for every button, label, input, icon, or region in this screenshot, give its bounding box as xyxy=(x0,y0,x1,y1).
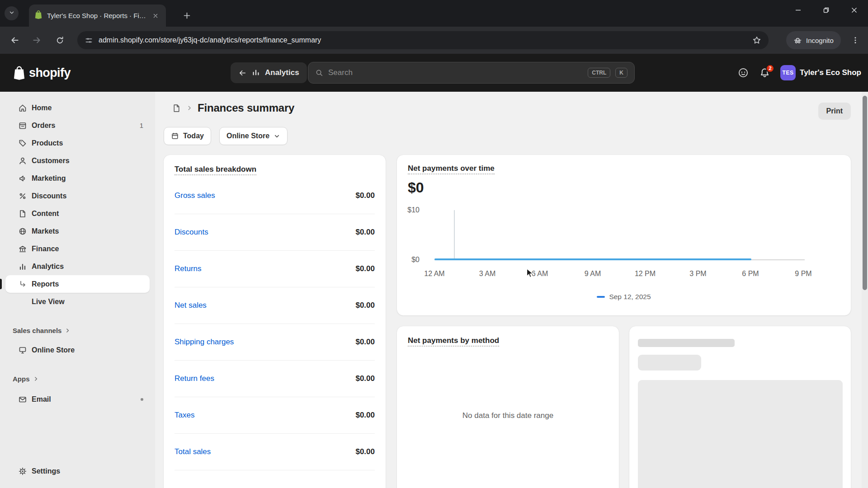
net-payments-total: $0 xyxy=(408,179,424,196)
chevron-down-icon xyxy=(9,9,15,18)
shortcut-ctrl-key: CTRL xyxy=(588,68,610,78)
sidebar-item-reports[interactable]: Reports xyxy=(5,275,150,293)
table-row: Returns $0.00 xyxy=(175,251,375,287)
finance-bank-icon xyxy=(18,244,27,253)
analytics-bars-icon xyxy=(18,262,27,271)
table-row: Gross sales $0.00 xyxy=(175,178,375,214)
address-bar[interactable]: admin.shopify.com/store/jy63jq-dc/analyt… xyxy=(77,31,769,49)
sidebar-item-live-view[interactable]: Live View xyxy=(5,293,150,310)
metric-link[interactable]: Taxes xyxy=(175,411,194,420)
shopify-logo[interactable]: shopify xyxy=(13,54,71,92)
window-restore-button[interactable] xyxy=(812,0,840,20)
sidebar-item-email[interactable]: Email xyxy=(5,390,150,408)
forward-button[interactable] xyxy=(27,30,47,50)
x-axis-tick: 12 PM xyxy=(635,270,656,278)
analytics-back-button[interactable]: Analytics xyxy=(231,62,307,83)
card-title: Total sales breakdown xyxy=(175,165,375,174)
metric-link[interactable]: Total sales xyxy=(175,447,211,456)
legend-dash-icon xyxy=(597,296,605,298)
notification-count-badge: 2 xyxy=(766,64,774,73)
customers-icon xyxy=(18,156,27,165)
sidebar-item-settings[interactable]: Settings xyxy=(5,462,150,480)
date-filter-label: Today xyxy=(183,132,204,140)
home-icon xyxy=(18,103,27,113)
sidebar-item-label: Email xyxy=(32,395,51,404)
tab-search-button[interactable] xyxy=(5,6,19,20)
back-button[interactable] xyxy=(5,30,25,50)
url-text: admin.shopify.com/store/jy63jq-dc/analyt… xyxy=(99,36,747,44)
y-axis-tick: $10 xyxy=(404,206,420,214)
metric-link[interactable]: Shipping charges xyxy=(175,338,234,347)
bookmark-star-icon[interactable] xyxy=(752,36,761,45)
sidebar-item-discounts[interactable]: Discounts xyxy=(5,187,150,205)
sidebar-item-analytics[interactable]: Analytics xyxy=(5,258,150,275)
browser-menu-button[interactable] xyxy=(848,33,863,47)
print-button[interactable]: Print xyxy=(818,103,851,120)
new-tab-button[interactable] xyxy=(179,8,194,23)
browser-tab[interactable]: Tyler's Eco Shop · Reports · Fina xyxy=(29,5,166,27)
screen: Tyler's Eco Shop · Reports · Fina admin.… xyxy=(0,0,868,488)
sidebar-item-home[interactable]: Home xyxy=(5,99,150,117)
metric-link[interactable]: Returns xyxy=(175,264,202,273)
orders-icon xyxy=(18,121,27,130)
x-axis-tick: 9 PM xyxy=(795,270,811,278)
metric-link[interactable]: Gross sales xyxy=(175,191,215,200)
notifications-button[interactable]: 2 xyxy=(759,67,770,79)
window-controls xyxy=(784,0,868,20)
sidebar-item-finance[interactable]: Finance xyxy=(5,240,150,258)
window-minimize-button[interactable] xyxy=(784,0,812,20)
metric-value: $0.00 xyxy=(355,228,375,237)
marketing-megaphone-icon xyxy=(18,174,27,183)
metric-link[interactable]: Discounts xyxy=(175,228,208,237)
chart-legend: Sep 12, 2025 xyxy=(397,293,851,301)
x-axis-tick: 12 AM xyxy=(424,270,444,278)
browser-toolbar: admin.shopify.com/store/jy63jq-dc/analyt… xyxy=(0,27,868,54)
sidebar-item-label: Settings xyxy=(32,467,60,475)
global-search[interactable]: Search CTRL K xyxy=(308,62,635,84)
store-menu[interactable]: TES Tyler's Eco Shop xyxy=(780,65,861,80)
page-scrollbar-thumb[interactable] xyxy=(863,96,867,290)
sales-channels-header[interactable]: Sales channels xyxy=(0,322,155,338)
tab-close-button[interactable] xyxy=(151,11,160,21)
sidebar-item-marketing[interactable]: Marketing xyxy=(5,169,150,187)
sidebar-item-online-store[interactable]: Online Store xyxy=(5,341,150,359)
sidebar-item-orders[interactable]: Orders 1 xyxy=(5,117,150,134)
sidebar-item-products[interactable]: Products xyxy=(5,134,150,152)
filter-bar: Today Online Store xyxy=(164,127,288,145)
products-tag-icon xyxy=(18,139,27,148)
date-filter-button[interactable]: Today xyxy=(164,127,211,145)
chart-series-line[interactable] xyxy=(434,258,751,260)
chevron-down-icon xyxy=(274,133,280,140)
sidekick-icon[interactable] xyxy=(737,67,749,79)
window-close-button[interactable] xyxy=(840,0,868,20)
sidebar-item-markets[interactable]: Markets xyxy=(5,222,150,240)
incognito-label: Incognito xyxy=(806,37,834,44)
site-info-icon[interactable] xyxy=(85,36,93,45)
metric-value: $0.00 xyxy=(355,264,375,273)
legend-label: Sep 12, 2025 xyxy=(609,293,651,301)
sidebar-nav: Home Orders 1 Products Customers Marketi… xyxy=(0,92,155,408)
shopify-favicon-icon xyxy=(34,10,42,21)
store-avatar: TES xyxy=(780,65,796,80)
metric-link[interactable]: Net sales xyxy=(175,301,207,310)
sidebar-item-content[interactable]: Content xyxy=(5,205,150,222)
sidebar-item-label: Customers xyxy=(32,157,70,165)
incognito-badge: Incognito xyxy=(786,31,841,49)
report-file-icon[interactable] xyxy=(172,103,181,113)
online-store-monitor-icon xyxy=(18,346,27,355)
x-axis-tick: 6 AM xyxy=(532,270,548,278)
subnav-elbow-icon xyxy=(18,280,27,289)
shopify-topbar: shopify Analytics Search CTRL K 2 TES Ty… xyxy=(0,54,868,92)
sidebar-item-customers[interactable]: Customers xyxy=(5,152,150,169)
channel-filter-button[interactable]: Online Store xyxy=(219,127,288,145)
gear-icon xyxy=(18,467,27,476)
card-title: Net payments over time xyxy=(408,164,495,173)
sidebar-item-label: Finance xyxy=(32,245,59,253)
apps-header[interactable]: Apps xyxy=(0,371,155,387)
reload-button[interactable] xyxy=(50,30,70,50)
sidebar-item-label: Home xyxy=(32,104,52,112)
metric-link[interactable]: Return fees xyxy=(175,374,214,383)
x-axis-tick: 3 AM xyxy=(479,270,495,278)
chevron-right-icon xyxy=(65,328,71,333)
main-content: Finances summary Print Today Online Stor… xyxy=(155,92,868,488)
